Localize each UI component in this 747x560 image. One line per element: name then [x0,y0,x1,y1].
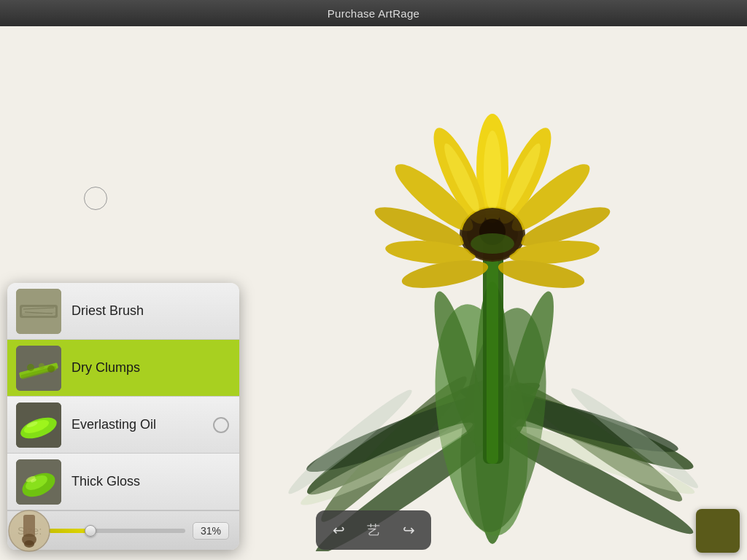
size-value: 31% [193,522,229,540]
color-swatch[interactable] [696,509,740,553]
flower-painting [277,55,715,551]
brush-thumbnail-everlasting [16,402,61,448]
brush-label-everlasting: Everlasting Oil [71,417,156,432]
artrage-icon: 艺 [367,521,380,539]
brush-label-dry-clumps: Dry Clumps [71,360,140,376]
svg-rect-60 [23,515,35,537]
brush-item-driest[interactable]: Driest Brush [7,283,239,340]
top-bar: Purchase ArtRage [0,0,747,26]
brush-thumbnail-driest [16,289,61,334]
redo-icon: ↪ [403,521,415,539]
svg-point-47 [27,364,34,371]
brush-item-dry-clumps[interactable]: Dry Clumps [7,340,239,397]
size-slider-thumb[interactable] [85,525,96,537]
brush-item-thick-gloss[interactable]: Thick Gloss [7,454,239,510]
brush-item-everlasting[interactable]: Everlasting Oil [7,397,239,454]
artrage-menu-button[interactable]: 艺 [357,515,390,545]
undo-icon: ↩ [333,521,345,539]
svg-point-62 [24,540,34,548]
undo-button[interactable]: ↩ [322,515,355,545]
size-slider[interactable] [49,529,185,533]
brush-thumbnail-thick-gloss [16,459,61,505]
svg-point-49 [47,365,55,373]
brush-option-dot[interactable] [213,417,229,433]
redo-button[interactable]: ↪ [392,515,425,545]
svg-rect-18 [487,241,498,464]
brush-tool-icon[interactable] [7,509,51,553]
brush-thumbnail-dry-clumps [16,346,61,391]
bottom-toolbar: ↩ 艺 ↪ [316,510,431,550]
svg-point-48 [39,363,44,369]
brush-label-thick-gloss: Thick Gloss [71,474,140,489]
svg-point-37 [471,233,514,254]
cursor-indicator [84,187,107,210]
svg-point-32 [484,131,501,211]
app-title: Purchase ArtRage [328,7,420,20]
canvas-area[interactable]: Driest Brush Dry Clumps [0,26,747,560]
brush-label-driest: Driest Brush [71,303,144,319]
